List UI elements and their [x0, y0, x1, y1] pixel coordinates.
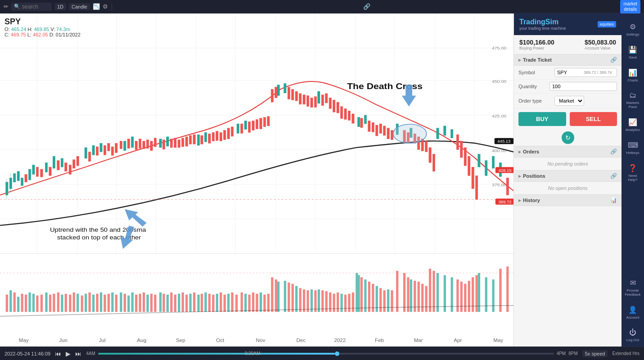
svg-rect-119 [311, 98, 313, 107]
play-button[interactable]: ⏮ [55, 350, 61, 357]
pencil-icon[interactable]: ✏ [4, 3, 9, 10]
svg-rect-174 [36, 296, 38, 312]
feedback-nav-item[interactable]: ✉ Provide Feedback [621, 274, 644, 301]
svg-rect-283 [468, 281, 470, 312]
symbol-input-wrap[interactable]: 389.72 / 389.74 [554, 68, 617, 77]
svg-text:Feb: Feb [375, 338, 384, 343]
svg-rect-284 [472, 277, 474, 312]
history-chart-icon[interactable]: 📊 [610, 197, 617, 203]
svg-rect-169 [17, 297, 19, 312]
svg-rect-276 [432, 271, 435, 312]
history-header[interactable]: ▸History 📊 [514, 195, 621, 206]
analytics-nav-item[interactable]: 📈 Analytics [621, 113, 644, 136]
positions-header[interactable]: ▸Positions 🔗 [514, 171, 621, 182]
settings-nav-item[interactable]: ⚙ Settings [621, 18, 644, 41]
svg-rect-208 [170, 292, 172, 312]
svg-rect-244 [311, 289, 313, 312]
svg-rect-84 [143, 141, 145, 149]
quantity-label: Quantity [518, 84, 549, 89]
tradingsim-logo: TradingSim [519, 18, 566, 26]
svg-text:2022: 2022 [334, 338, 346, 343]
icon-bar: ⚙ Settings 💾 Save 📊 Charts 🗂 Markets Pan… [621, 14, 644, 346]
orders-header[interactable]: ▸Orders 🔗 [514, 146, 621, 158]
svg-rect-88 [162, 140, 165, 149]
quantity-row: Quantity [514, 80, 621, 94]
svg-rect-92 [182, 138, 184, 147]
svg-rect-47 [197, 135, 199, 145]
gear-icon[interactable]: ⚙ [103, 3, 108, 10]
save-label: Save [629, 55, 637, 59]
play-forward-button[interactable]: ▶ [66, 350, 71, 357]
help-nav-item[interactable]: ❓ Need Help? [621, 159, 644, 186]
hotkeys-nav-item[interactable]: ⌨ Hotkeys [621, 136, 644, 159]
account-nav-item[interactable]: 👤 Account [621, 301, 644, 324]
time-bar[interactable]: 4AM 9:30AM 4PM 8PM [86, 351, 578, 356]
svg-rect-149 [468, 156, 470, 176]
svg-rect-41 [92, 145, 95, 155]
svg-rect-203 [150, 294, 153, 312]
skip-button[interactable]: ⏭ [75, 350, 81, 357]
chart-icon[interactable]: 📉 [93, 3, 100, 10]
svg-rect-75 [96, 147, 98, 155]
svg-rect-54 [357, 117, 360, 127]
svg-rect-107 [256, 119, 258, 129]
svg-rect-102 [227, 128, 230, 139]
market-details-btn[interactable]: market details [620, 0, 640, 14]
quantity-input[interactable] [549, 82, 617, 91]
settings-icon: ⚙ [630, 22, 636, 31]
analytics-label: Analytics [626, 128, 640, 132]
svg-rect-205 [159, 292, 162, 312]
svg-rect-240 [295, 286, 297, 312]
svg-text:428.15: 428.15 [498, 168, 511, 173]
svg-rect-86 [150, 141, 153, 151]
buy-button[interactable]: BUY [518, 112, 566, 126]
svg-rect-229 [252, 292, 254, 312]
link-icon-orders[interactable]: 🔗 [610, 148, 617, 155]
order-type-select[interactable]: Market Limit Stop [554, 96, 584, 106]
svg-rect-198 [131, 292, 134, 312]
svg-rect-114 [292, 89, 294, 100]
high-label: H: [27, 27, 34, 32]
link-icon[interactable]: 🔗 [363, 3, 370, 10]
settings-label: Settings [626, 32, 639, 36]
svg-text:450.00: 450.00 [492, 79, 507, 83]
ohlc-info: O: 465.24 H: 469.85 V: 74.3m [5, 27, 81, 32]
link-icon-positions[interactable]: 🔗 [610, 173, 617, 179]
save-nav-item[interactable]: 💾 Save [621, 41, 644, 64]
charts-nav-item[interactable]: 📊 Charts [621, 64, 644, 87]
svg-rect-132 [372, 122, 374, 132]
svg-rect-97 [208, 134, 211, 143]
svg-rect-186 [85, 294, 87, 312]
svg-rect-100 [220, 132, 222, 141]
low-label: L: [27, 32, 33, 37]
save-icon: 💾 [628, 45, 637, 54]
chart-type-btn[interactable]: Candle [69, 3, 90, 10]
buying-power-label: Buying Power [519, 46, 554, 50]
sell-button[interactable]: SELL [570, 112, 617, 126]
trade-ticket-header[interactable]: ▸Trade Ticket 🔗 [514, 54, 621, 66]
help-icon: ❓ [628, 164, 637, 172]
svg-rect-191 [104, 295, 106, 312]
chart-area[interactable]: 475.00 450.00 425.00 400.00 375.00 [0, 14, 513, 346]
svg-rect-194 [115, 295, 117, 312]
speed-button[interactable]: 5x speed [582, 350, 608, 357]
svg-rect-253 [344, 295, 347, 312]
svg-rect-183 [73, 292, 75, 312]
svg-rect-226 [241, 292, 243, 312]
right-sidebar: TradingSim your trading time machine equ… [513, 14, 621, 346]
logout-nav-item[interactable]: ⏻ Log Out [621, 324, 644, 346]
svg-rect-68 [49, 167, 51, 176]
link-icon-ticket[interactable]: 🔗 [610, 57, 617, 63]
svg-rect-116 [299, 94, 302, 104]
time-progress-bar[interactable] [98, 353, 554, 355]
symbol-input[interactable] [555, 68, 582, 76]
markets-nav-item[interactable]: 🗂 Markets Pane [621, 87, 644, 113]
svg-rect-40 [85, 148, 87, 158]
svg-rect-230 [256, 294, 258, 312]
interval-btn[interactable]: 1D [54, 3, 66, 10]
svg-rect-221 [220, 292, 222, 312]
search-input[interactable] [22, 4, 49, 10]
search-box[interactable]: 🔍 [11, 3, 52, 11]
svg-rect-242 [303, 289, 305, 312]
refresh-button[interactable]: ↻ [562, 131, 574, 144]
